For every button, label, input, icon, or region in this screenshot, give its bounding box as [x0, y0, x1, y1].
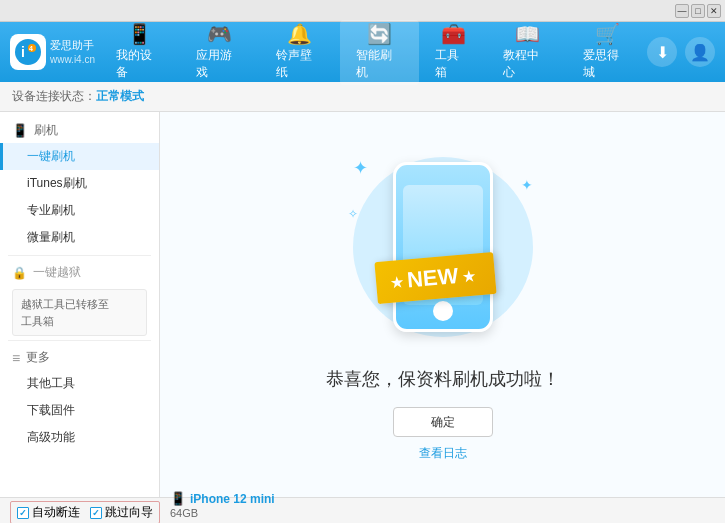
sub-header: 设备连接状态： 正常模式: [0, 82, 725, 112]
checkbox-container: 自动断连 跳过向导: [10, 501, 160, 523]
flash-group-icon: 📱: [12, 123, 28, 138]
ringtone-icon: 🔔: [287, 24, 312, 44]
maximize-button[interactable]: □: [691, 4, 705, 18]
nav-item-toolbox[interactable]: 🧰工具箱: [419, 20, 487, 85]
sidebar-group-more: ≡ 更多: [0, 345, 159, 370]
skip-wizard-checkbox[interactable]: 跳过向导: [90, 504, 153, 521]
nav-item-ringtone[interactable]: 🔔铃声壁纸: [260, 20, 340, 85]
nav-right: ⬇ 👤: [647, 37, 715, 67]
logo: i 4 爱思助手 www.i4.cn: [10, 34, 100, 70]
nav-item-idol-city[interactable]: 🛒爱思得城: [567, 20, 647, 85]
main-layout: 📱 刷机 一键刷机 iTunes刷机 专业刷机 微量刷机 🔒 一键越狱 越狱工具…: [0, 112, 725, 497]
download-button[interactable]: ⬇: [647, 37, 677, 67]
logo-icon: i 4: [10, 34, 46, 70]
nav-items: 📱我的设备🎮应用游戏🔔铃声壁纸🔄智能刷机🧰工具箱📖教程中心🛒爱思得城: [100, 20, 647, 85]
view-log-link[interactable]: 查看日志: [419, 445, 467, 462]
status-value: 正常模式: [96, 88, 144, 105]
sidebar-item-upgrade-flash[interactable]: 微量刷机: [0, 224, 159, 251]
smart-flash-icon: 🔄: [367, 24, 392, 44]
phone-wrapper: NEW: [393, 162, 493, 332]
sidebar-item-itunes-flash[interactable]: iTunes刷机: [0, 170, 159, 197]
toolbox-icon: 🧰: [441, 24, 466, 44]
nav-item-tutorial[interactable]: 📖教程中心: [487, 20, 567, 85]
sidebar-divider-2: [8, 340, 151, 341]
bottom-middle-row: 自动断连 跳过向导 📱 iPhone 12 mini 64GB Down-12m…: [0, 498, 725, 523]
tutorial-icon: 📖: [515, 24, 540, 44]
sparkle-3-icon: ✧: [348, 207, 358, 221]
sidebar-item-advanced[interactable]: 高级功能: [0, 424, 159, 451]
confirm-button[interactable]: 确定: [393, 407, 493, 437]
sidebar: 📱 刷机 一键刷机 iTunes刷机 专业刷机 微量刷机 🔒 一键越狱 越狱工具…: [0, 112, 160, 497]
sidebar-section-flash: 📱 刷机 一键刷机 iTunes刷机 专业刷机 微量刷机 🔒 一键越狱 越狱工具…: [0, 112, 159, 457]
nav-item-my-device[interactable]: 📱我的设备: [100, 20, 180, 85]
sidebar-group-jailbreak: 🔒 一键越狱: [0, 260, 159, 285]
bottom-container: 自动断连 跳过向导 📱 iPhone 12 mini 64GB Down-12m…: [0, 497, 725, 523]
skip-wizard-checkmark: [90, 507, 102, 519]
sidebar-item-download-firmware[interactable]: 下载固件: [0, 397, 159, 424]
nav-item-apps-games[interactable]: 🎮应用游戏: [180, 20, 260, 85]
my-device-icon: 📱: [127, 24, 152, 44]
device-info: 📱 iPhone 12 mini 64GB Down-12mini-13,1: [170, 491, 275, 523]
sidebar-item-one-key-flash[interactable]: 一键刷机: [0, 143, 159, 170]
svg-text:4: 4: [29, 45, 33, 52]
nav-item-smart-flash[interactable]: 🔄智能刷机: [340, 20, 420, 85]
close-button[interactable]: ✕: [707, 4, 721, 18]
sparkle-2-icon: ✦: [521, 177, 533, 193]
auto-disconnect-checkmark: [17, 507, 29, 519]
sidebar-item-pro-flash[interactable]: 专业刷机: [0, 197, 159, 224]
sidebar-group-flash[interactable]: 📱 刷机: [0, 118, 159, 143]
top-nav: i 4 爱思助手 www.i4.cn 📱我的设备🎮应用游戏🔔铃声壁纸🔄智能刷机🧰…: [0, 22, 725, 82]
sidebar-divider-1: [8, 255, 151, 256]
sparkle-1-icon: ✦: [353, 157, 368, 179]
phone-icon: 📱: [170, 491, 186, 506]
user-button[interactable]: 👤: [685, 37, 715, 67]
success-title: 恭喜您，保资料刷机成功啦！: [326, 367, 560, 391]
content-area: NEW ✦ ✦ ✧ 恭喜您，保资料刷机成功啦！ 确定 查看日志: [160, 112, 725, 497]
more-icon: ≡: [12, 350, 20, 366]
minimize-button[interactable]: —: [675, 4, 689, 18]
sidebar-item-other-tools[interactable]: 其他工具: [0, 370, 159, 397]
svg-point-0: [15, 39, 41, 65]
idol-city-icon: 🛒: [595, 24, 620, 44]
success-illustration: NEW ✦ ✦ ✧: [343, 147, 543, 347]
phone-home-button: [433, 301, 453, 321]
apps-games-icon: 🎮: [207, 24, 232, 44]
sidebar-jailbreak-note: 越狱工具已转移至 工具箱: [12, 289, 147, 336]
status-label: 设备连接状态：: [12, 88, 96, 105]
auto-disconnect-checkbox[interactable]: 自动断连: [17, 504, 80, 521]
svg-text:i: i: [21, 44, 25, 60]
phone-shape: NEW: [393, 162, 493, 332]
device-storage: 64GB: [170, 507, 198, 519]
device-name: iPhone 12 mini: [190, 492, 275, 506]
logo-text: 爱思助手 www.i4.cn: [50, 38, 95, 65]
